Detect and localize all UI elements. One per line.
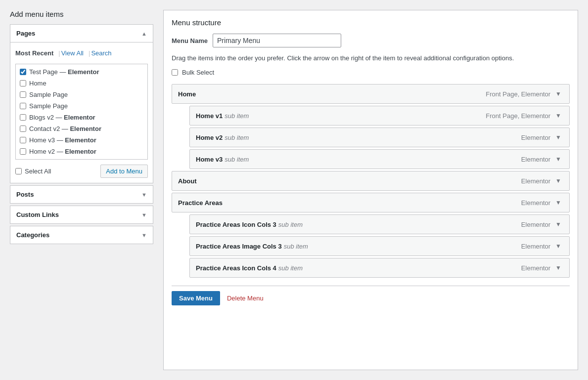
categories-label: Categories (16, 231, 49, 239)
page-checkbox[interactable] (20, 80, 26, 86)
sub-item-tag: sub item (278, 264, 303, 272)
sub-item-meta: Elementor (521, 221, 550, 228)
sub-item-pa-icon-cols-4: Practice Areas Icon Cols 4sub itemElemen… (189, 258, 570, 278)
bulk-select-row: Bulk Select (172, 69, 570, 76)
pages-bottom-row: Select All Add to Menu (15, 165, 148, 178)
menu-item-home: HomeFront Page, Elementor▼Home v1sub ite… (172, 84, 570, 169)
sub-item-right: Front Page, Elementor▼ (486, 111, 563, 120)
menu-item-right: Elementor▼ (521, 198, 563, 207)
page-label[interactable]: Blogs v2 — Elementor (29, 114, 95, 121)
menu-item-row: AboutElementor▼ (172, 171, 570, 191)
page-checkbox[interactable] (20, 103, 26, 109)
drag-hint: Drag the items into the order you prefer… (172, 54, 570, 62)
menu-item-meta: Elementor (521, 199, 550, 207)
tab-most-recent[interactable]: Most Recent (15, 47, 57, 59)
select-all-checkbox[interactable] (15, 168, 22, 174)
sub-item-name: Practice Areas Image Cols 3 (196, 243, 282, 250)
menu-item-left: Practice Areas (178, 199, 223, 207)
sub-item-chevron-button[interactable]: ▼ (553, 111, 563, 120)
right-panel: Menu structure Menu Name Drag the items … (163, 10, 578, 370)
delete-menu-button[interactable]: Delete Menu (227, 295, 264, 302)
menu-item-label: About (178, 177, 197, 185)
menu-item-chevron-button[interactable]: ▼ (553, 176, 563, 185)
tab-sep-2: | (89, 47, 90, 59)
select-all-label[interactable]: Select All (25, 168, 51, 175)
sub-item-chevron-button[interactable]: ▼ (553, 242, 563, 251)
menu-name-label: Menu Name (172, 37, 208, 44)
page-label[interactable]: Home v3 — Elementor (29, 136, 96, 144)
sub-item-meta: Elementor (521, 156, 550, 163)
page-label[interactable]: Test Page — Elementor (29, 68, 99, 76)
custom-links-accordion: Custom Links ▼ (10, 206, 153, 224)
page-label[interactable]: Sample Page (29, 102, 68, 110)
sub-item-right: Elementor▼ (521, 263, 563, 272)
page-list-item: Test Page — Elementor (16, 66, 147, 78)
menu-item-practice-areas: Practice AreasElementor▼Practice Areas I… (172, 193, 570, 278)
page-label[interactable]: Sample Page (29, 91, 68, 98)
sub-item-left: Home v1sub item (196, 112, 249, 120)
page-checkbox[interactable] (20, 69, 26, 75)
bulk-select-checkbox[interactable] (172, 69, 178, 76)
page-checkbox[interactable] (20, 114, 26, 121)
categories-accordion-header[interactable]: Categories ▼ (10, 226, 153, 244)
sub-items-container: Home v1sub itemFront Page, Elementor▼Hom… (189, 106, 570, 169)
tab-view-all[interactable]: View All (61, 47, 88, 59)
page-label[interactable]: Contact v2 — Elementor (29, 125, 101, 132)
page-list-item: Home v3 — Elementor (16, 134, 147, 146)
menu-item-row: Practice AreasElementor▼ (172, 193, 570, 212)
sub-item-chevron-button[interactable]: ▼ (553, 133, 563, 142)
posts-accordion-header[interactable]: Posts ▼ (10, 186, 153, 203)
sub-item-meta: Elementor (521, 264, 550, 272)
tab-search[interactable]: Search (91, 47, 115, 59)
page-list-item: Home (16, 78, 147, 89)
add-to-menu-button[interactable]: Add to Menu (100, 165, 148, 178)
sub-item-meta: Front Page, Elementor (486, 112, 550, 120)
sub-item-chevron-button[interactable]: ▼ (553, 155, 563, 164)
page-list-item: Home v2 — Elementor (16, 146, 147, 157)
sub-item-meta: Elementor (521, 243, 550, 250)
menu-item-right: Elementor▼ (521, 176, 563, 185)
page-list-item: Contact v2 — Elementor (16, 123, 147, 134)
page-label[interactable]: Home (29, 80, 46, 87)
page-checkbox[interactable] (20, 91, 26, 98)
sub-item-name: Practice Areas Icon Cols 3 (196, 221, 276, 228)
menu-item-label: Home (178, 90, 196, 98)
page-label[interactable]: Home v2 — Elementor (29, 148, 96, 155)
menu-item-chevron-button[interactable]: ▼ (553, 89, 563, 98)
page-checkbox[interactable] (20, 148, 26, 155)
page-list-item: Blogs v2 — Elementor (16, 112, 147, 123)
custom-links-label: Custom Links (16, 211, 59, 218)
pages-tabs: Most Recent | View All | Search (15, 47, 148, 59)
menu-name-input[interactable] (213, 34, 341, 47)
bulk-select-label[interactable]: Bulk Select (182, 69, 214, 76)
sub-item-chevron-button[interactable]: ▼ (553, 263, 563, 272)
page-list-item: Sample Page (16, 89, 147, 100)
sub-item-right: Elementor▼ (521, 242, 563, 251)
menu-item-right: Front Page, Elementor▼ (486, 89, 563, 98)
menu-item-label: Practice Areas (178, 199, 223, 207)
menu-item-meta: Elementor (521, 177, 550, 185)
menu-item-about: AboutElementor▼ (172, 171, 570, 191)
sub-item-left: Home v2sub item (196, 134, 249, 141)
page-list-item: Sample Page (16, 100, 147, 112)
sub-item-tag: sub item (278, 221, 303, 228)
sub-item-left: Practice Areas Image Cols 3sub item (196, 243, 308, 250)
sub-item-left: Practice Areas Icon Cols 3sub item (196, 221, 303, 228)
sub-item-tag: sub item (225, 134, 249, 141)
pages-accordion-content: Most Recent | View All | Search Test Pag… (10, 42, 153, 183)
menu-name-row: Menu Name (172, 34, 570, 47)
pages-list: Test Page — ElementorHomeSample PageSamp… (15, 64, 148, 160)
pages-accordion: Pages ▲ Most Recent | View All | Search … (10, 24, 153, 183)
custom-links-accordion-header[interactable]: Custom Links ▼ (10, 206, 153, 223)
menu-item-left: Home (178, 90, 196, 98)
page-checkbox[interactable] (20, 137, 26, 143)
save-menu-button[interactable]: Save Menu (172, 291, 220, 305)
sub-item-name: Practice Areas Icon Cols 4 (196, 264, 276, 272)
sub-item-chevron-button[interactable]: ▼ (553, 220, 563, 229)
menu-item-chevron-button[interactable]: ▼ (553, 198, 563, 207)
categories-accordion: Categories ▼ (10, 226, 153, 244)
sub-item-name: Home v3 (196, 156, 223, 163)
page-checkbox[interactable] (20, 126, 26, 132)
sub-item-name: Home v1 (196, 112, 223, 120)
pages-accordion-header[interactable]: Pages ▲ (10, 25, 153, 42)
